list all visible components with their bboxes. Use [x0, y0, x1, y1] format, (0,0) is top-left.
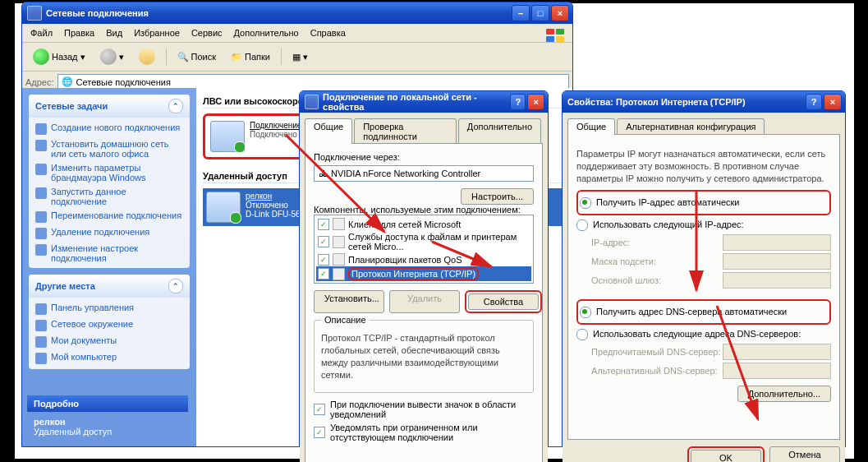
task-rename[interactable]: Переименование подключения	[35, 210, 183, 223]
dns1-input	[723, 344, 831, 360]
notify-checkbox-row[interactable]: Уведомлять при ограниченном или отсутств…	[314, 423, 534, 442]
cancel-button[interactable]: Отмена	[769, 446, 840, 462]
task-start[interactable]: Запустить данное подключение	[35, 187, 183, 206]
dialog-title: Свойства: Протокол Интернета (TCP/IP)	[567, 97, 746, 107]
qos-icon	[333, 253, 345, 266]
close-button[interactable]: ×	[551, 5, 569, 21]
titlebar[interactable]: Подключение по локальной сети - свойства…	[300, 91, 548, 113]
tcpip-props-dialog: Свойства: Протокол Интернета (TCP/IP) ? …	[562, 90, 846, 447]
ip-label: IP-адрес:	[591, 238, 630, 247]
tray-icon-checkbox-row[interactable]: При подключении вывести значок в области…	[314, 400, 534, 419]
tab-altconfig[interactable]: Альтернативная конфигурация	[617, 118, 765, 135]
help-button[interactable]: ?	[806, 94, 822, 110]
nic-icon: 🖧	[319, 169, 328, 178]
nethood-icon	[35, 320, 47, 331]
maximize-button[interactable]: □	[531, 5, 549, 21]
place-cpl[interactable]: Панель управления	[35, 303, 183, 315]
install-button[interactable]: Установить...	[314, 290, 384, 313]
checkbox[interactable]	[318, 254, 329, 266]
place-nethood[interactable]: Сетевое окружение	[35, 319, 183, 331]
configure-button[interactable]: Настроить...	[461, 188, 534, 205]
place-docs[interactable]: Мои документы	[35, 335, 183, 348]
folders-icon: 📁	[231, 52, 242, 62]
places-title: Другие места	[35, 281, 95, 291]
components-list[interactable]: Клиент для сетей Microsoft Службы доступ…	[314, 215, 534, 284]
radio-ip-auto[interactable]: Получить IP-адрес автоматически	[580, 196, 828, 209]
highlight-box: Получить IP-адрес автоматически	[576, 190, 831, 215]
folders-button[interactable]: 📁Папки	[225, 49, 276, 65]
ok-button[interactable]: OK	[691, 450, 761, 462]
task-new-conn[interactable]: Создание нового подключения	[35, 122, 183, 135]
radio[interactable]	[580, 307, 591, 318]
radio-dns-auto[interactable]: Получить адрес DNS-сервера автоматически	[580, 306, 828, 318]
radio-dns-manual[interactable]: Использовать следующие адреса DNS-сервер…	[576, 328, 831, 340]
forward-button[interactable]: ▾	[94, 46, 130, 67]
list-item[interactable]: Службы доступа к файлам и принтерам сете…	[316, 231, 531, 252]
list-item[interactable]: Планировщик пакетов QoS	[316, 252, 531, 266]
task-props[interactable]: Изменение настроек подключения	[35, 243, 183, 263]
tab-auth[interactable]: Проверка подлинности	[354, 118, 457, 144]
checkbox[interactable]	[314, 427, 325, 438]
titlebar[interactable]: Свойства: Протокол Интернета (TCP/IP) ? …	[563, 91, 845, 113]
checkbox[interactable]	[318, 219, 329, 230]
shield-icon	[35, 164, 47, 175]
properties-button[interactable]: Свойства	[468, 293, 539, 310]
dialog-title: Подключение по локальной сети - свойства	[323, 92, 508, 112]
checkbox[interactable]	[318, 236, 329, 247]
titlebar[interactable]: Сетевые подключения – □ ×	[22, 2, 572, 24]
tab-page: Параметры IP могут назначаться автоматич…	[567, 134, 840, 440]
menu-help[interactable]: Справка	[305, 26, 351, 39]
address-label: Адрес:	[25, 77, 54, 87]
xp-logo-icon	[544, 27, 567, 44]
svg-rect-3	[556, 36, 564, 42]
list-item-tcpip[interactable]: Протокол Интернета (TCP/IP)	[316, 266, 531, 281]
window-title: Сетевые подключения	[46, 8, 149, 18]
help-button[interactable]: ?	[510, 94, 526, 110]
close-button[interactable]: ×	[824, 94, 842, 110]
minimize-button[interactable]: –	[512, 5, 530, 21]
checkbox[interactable]	[314, 404, 325, 415]
checkbox[interactable]	[318, 268, 329, 280]
menu-adv[interactable]: Дополнительно	[229, 26, 304, 39]
radio[interactable]	[576, 219, 588, 231]
collapse-icon[interactable]: ⌃	[168, 279, 183, 293]
menu-edit[interactable]: Правка	[59, 26, 99, 39]
place-pc[interactable]: Мой компьютер	[35, 352, 183, 364]
tab-general[interactable]: Общие	[305, 118, 352, 144]
task-firewall[interactable]: Изменить параметры брандмауэра Windows	[35, 163, 183, 182]
menu-fav[interactable]: Избранное	[129, 26, 185, 39]
ip-input	[723, 234, 831, 251]
close-button[interactable]: ×	[527, 94, 544, 110]
collapse-icon[interactable]: ⌃	[168, 99, 183, 113]
up-button[interactable]	[133, 46, 161, 67]
advanced-button[interactable]: Дополнительно...	[737, 386, 831, 402]
search-button[interactable]: 🔍Поиск	[172, 49, 222, 65]
radio[interactable]	[576, 329, 588, 340]
radio-ip-manual[interactable]: Использовать следующий IP-адрес:	[576, 219, 831, 231]
tasks-panel: Сетевые задачи⌃ Создание нового подключе…	[29, 95, 190, 268]
task-homenet[interactable]: Установить домашнюю сеть или сеть малого…	[35, 139, 183, 159]
tab-advanced[interactable]: Дополнительно	[458, 118, 541, 144]
protocol-icon	[333, 268, 345, 280]
rename-icon	[35, 211, 47, 223]
tabs: Общие Проверка подлинности Дополнительно	[305, 118, 543, 144]
list-item[interactable]: Клиент для сетей Microsoft	[316, 217, 531, 231]
highlight-box: Получить адрес DNS-сервера автоматически	[576, 299, 831, 325]
radio[interactable]	[580, 197, 591, 209]
menu-file[interactable]: Файл	[25, 26, 57, 39]
svg-rect-1	[556, 29, 564, 35]
task-delete[interactable]: Удаление подключения	[35, 227, 183, 239]
sheet-icon	[305, 95, 319, 109]
dropdown-icon: ▾	[119, 52, 124, 62]
service-icon	[333, 236, 345, 248]
lan-icon	[210, 121, 245, 152]
forward-icon	[100, 49, 117, 65]
pc-icon	[35, 353, 47, 364]
remove-button[interactable]: Удалить	[389, 290, 460, 313]
menu-tools[interactable]: Сервис	[186, 26, 227, 39]
menu-view[interactable]: Вид	[101, 26, 127, 39]
back-button[interactable]: Назад▾	[27, 46, 91, 67]
highlight-box: Свойства	[465, 290, 542, 313]
views-button[interactable]: ▦▾	[287, 49, 314, 65]
tab-general[interactable]: Общие	[567, 118, 615, 135]
